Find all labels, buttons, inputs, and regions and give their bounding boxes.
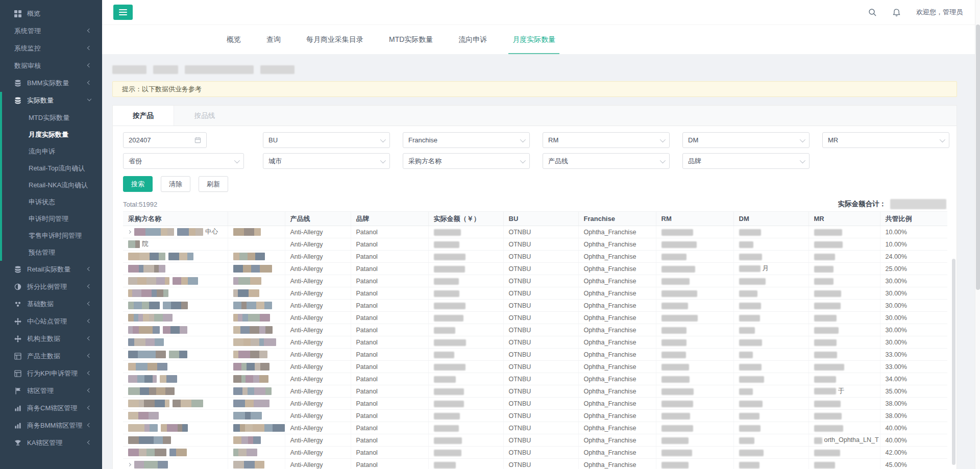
table-scrollbar[interactable]: [952, 259, 955, 465]
sidebar-subitem-0[interactable]: MTD实际数量: [2, 109, 102, 126]
tab-查询[interactable]: 查询: [266, 25, 281, 54]
table-row[interactable]: Anti-AllergyPatanolOTNBUOphtha_Franchise…: [123, 434, 947, 447]
sidebar-item-6[interactable]: Retail实际数量: [0, 261, 102, 278]
filter-select-品牌[interactable]: 品牌: [682, 153, 810, 169]
table-row[interactable]: Anti-AllergyPatanolOTNBUOphtha_Franchise…: [123, 287, 947, 300]
sidebar-item-16[interactable]: KA辖区管理: [0, 434, 102, 452]
cell: Ophtha_Franchise: [578, 251, 656, 263]
redacted-text-block: [662, 413, 690, 419]
table-row[interactable]: Anti-AllergyPatanolOTNBUOphtha_Franchise…: [123, 336, 947, 349]
table-row[interactable]: 院Anti-AllergyPatanolOTNBUOphtha_Franchis…: [123, 238, 947, 251]
table-row[interactable]: Anti-AllergyPatanolOTNBUOphtha_Franchise…: [123, 275, 947, 287]
tab-流向申诉[interactable]: 流向申诉: [458, 25, 487, 54]
sidebar-subitem-6[interactable]: 申诉时间管理: [2, 210, 102, 227]
sidebar-subitem-1[interactable]: 月度实际数量: [2, 126, 102, 143]
table-row[interactable]: Anti-AllergyPatanolOTNBUOphtha_Franchise…: [123, 300, 947, 312]
redacted-mosaic: [128, 240, 140, 248]
table-row[interactable]: Anti-AllergyPatanolOTNBUOphtha_Franchise…: [123, 324, 947, 336]
table-row[interactable]: Anti-AllergyPatanolOTNBUOphtha_Franchise…: [123, 385, 947, 398]
redacted-text-block: [814, 315, 837, 322]
sidebar-item-12[interactable]: 行为KPI申诉管理: [0, 365, 102, 382]
table-row[interactable]: Anti-AllergyPatanolOTNBUOphtha_Franchise…: [123, 251, 947, 263]
redacted-mosaic: [128, 424, 158, 432]
col-header-产品线: 产品线: [285, 212, 351, 226]
tab-月度实际数量[interactable]: 月度实际数量: [512, 25, 555, 54]
page-scrollbar[interactable]: [975, 0, 980, 469]
page-scrollbar-thumb[interactable]: [976, 24, 980, 290]
filter-select-DM[interactable]: DM: [682, 132, 810, 148]
sidebar-subitem-7[interactable]: 零售申诉时间管理: [2, 227, 102, 244]
cell: [123, 324, 228, 336]
sidebar-item-15[interactable]: 商务BMM辖区管理: [0, 417, 102, 434]
redacted-breadcrumb-block: [260, 65, 295, 74]
table-row[interactable]: Anti-AllergyPatanolOTNBUOphtha_Franchise…: [123, 398, 947, 410]
sidebar-subitem-4[interactable]: Retail-NKA流向确认: [2, 177, 102, 193]
sidebar-item-4[interactable]: BMM实际数量: [0, 75, 102, 92]
filter-select-城市[interactable]: 城市: [263, 153, 390, 169]
刷新-button[interactable]: 刷新: [199, 176, 228, 192]
redacted-mosaic: [233, 338, 276, 346]
tab-MTD实际数量[interactable]: MTD实际数量: [389, 25, 433, 54]
清除-button[interactable]: 清除: [161, 176, 190, 192]
filter-select-BU[interactable]: BU: [263, 132, 390, 148]
sidebar-item-label: 实际数量: [27, 96, 54, 105]
table-row[interactable]: Anti-AllergyPatanolOTNBUOphtha_Franchise…: [123, 361, 947, 373]
redacted-text-block: [814, 401, 841, 407]
co-manage-ratio: 25.00%: [880, 263, 947, 275]
welcome-text: 欢迎您，管理员: [916, 8, 963, 17]
chevron-left-icon: [87, 302, 91, 306]
filter-select-产品线[interactable]: 产品线: [543, 153, 670, 169]
sidebar-subitem-8[interactable]: 预估管理: [2, 244, 102, 261]
sidebar-item-3[interactable]: 数据审核: [0, 57, 102, 75]
sidebar-item-13[interactable]: 辖区管理: [0, 382, 102, 400]
filter-select-RM[interactable]: RM: [543, 132, 670, 148]
db-icon: [14, 97, 22, 105]
filter-select-MR[interactable]: MR: [822, 132, 949, 148]
filter-select-Franchise[interactable]: Franchise: [403, 132, 530, 148]
tab-概览[interactable]: 概览: [227, 25, 241, 54]
bell-icon[interactable]: [892, 8, 901, 17]
sidebar-item-14[interactable]: 商务CM辖区管理: [0, 400, 102, 417]
sidebar-item-8[interactable]: 基础数据: [0, 295, 102, 313]
sidebar-item-5[interactable]: 实际数量: [2, 92, 102, 109]
menu-toggle-button[interactable]: [113, 5, 133, 20]
sidebar-subitem-3[interactable]: Retail-Top流向确认: [2, 160, 102, 177]
table-row[interactable]: 中心Anti-AllergyPatanolOTNBUOphtha_Franchi…: [123, 226, 947, 238]
search-icon[interactable]: [868, 8, 877, 17]
filter-select-采购方名称[interactable]: 采购方名称: [403, 153, 530, 169]
filter-select-省份[interactable]: 省份: [123, 153, 244, 169]
sidebar-subitem-5[interactable]: 申诉状态: [2, 193, 102, 210]
col-header-共管比例: 共管比例: [880, 212, 947, 226]
sidebar-subitem-2[interactable]: 流向申诉: [2, 143, 102, 160]
table-row[interactable]: Anti-AllergyPatanolOTNBUOphtha_Franchise…: [123, 459, 947, 469]
table-row[interactable]: Anti-AllergyPatanolOTNBUOphtha_Franchise…: [123, 263, 947, 275]
table-row[interactable]: Anti-AllergyPatanolOTNBUOphtha_Franchise…: [123, 410, 947, 422]
table-row[interactable]: Anti-AllergyPatanolOTNBUOphtha_Franchise…: [123, 349, 947, 361]
sidebar-item-0[interactable]: 概览: [0, 5, 102, 22]
sidebar-item-1[interactable]: 系统管理: [0, 22, 102, 40]
sidebar-item-7[interactable]: 拆分比例管理: [0, 278, 102, 295]
expand-caret-icon[interactable]: [128, 463, 131, 466]
chevron-down-icon: [380, 136, 386, 142]
chevron-down-icon: [520, 157, 526, 163]
card-tab-按产品[interactable]: 按产品: [113, 106, 174, 126]
搜索-button[interactable]: 搜索: [123, 176, 153, 192]
tab-每月商业采集目录[interactable]: 每月商业采集目录: [306, 25, 363, 54]
sidebar-item-9[interactable]: 中心站点管理: [0, 313, 102, 330]
card-tab-按品线[interactable]: 按品线: [174, 106, 235, 126]
cell: OTNBU: [503, 251, 578, 263]
table-row[interactable]: Anti-AllergyPatanolOTNBUOphtha_Franchise…: [123, 312, 947, 324]
amount-sum: 实际金额合计：: [838, 199, 947, 209]
date-input[interactable]: 202407: [123, 132, 207, 148]
redacted-text-block: [739, 327, 755, 334]
sidebar-item-11[interactable]: 产品主数据: [0, 348, 102, 365]
filter-row-1: 202407BUFranchiseRMDMMR: [123, 132, 946, 148]
redacted-text-block: [739, 437, 754, 444]
table-row[interactable]: Anti-AllergyPatanolOTNBUOphtha_Franchise…: [123, 447, 947, 459]
sidebar-item-2[interactable]: 系统监控: [0, 40, 102, 57]
table-row[interactable]: Anti-AllergyPatanolOTNBUOphtha_Franchise…: [123, 373, 947, 385]
expand-caret-icon[interactable]: [128, 230, 131, 234]
sidebar-item-10[interactable]: 机构主数据: [0, 330, 102, 348]
redacted-mosaic: [128, 387, 175, 395]
table-row[interactable]: Anti-AllergyPatanolOTNBUOphtha_Franchise…: [123, 422, 947, 434]
